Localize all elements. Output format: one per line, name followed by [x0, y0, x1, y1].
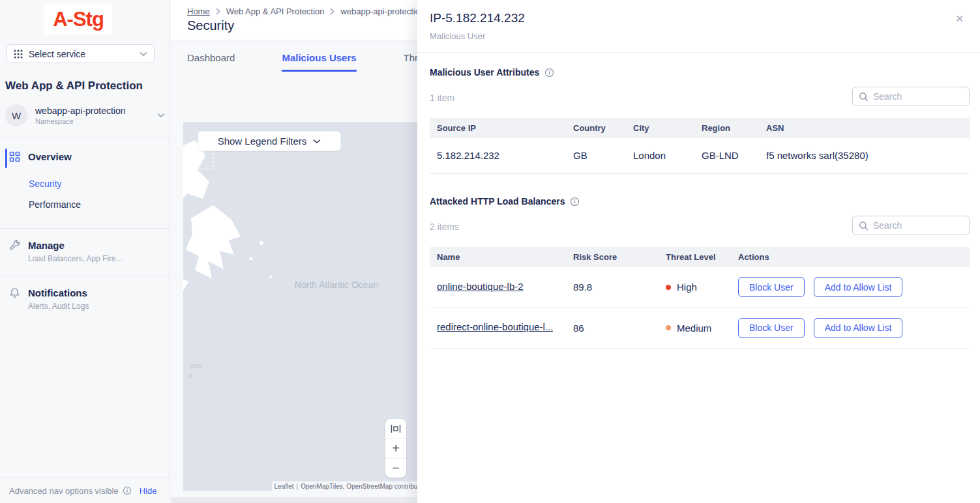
table-row: 5.182.214.232 GB London GB-LND f5 networ… [430, 138, 970, 173]
map-attribution: Leaflet | OpenMapTiles, OpenStreetMap co… [272, 481, 431, 491]
sidebar-item-security[interactable]: Security [29, 179, 62, 189]
tab-malicious-users[interactable]: Malicious Users [282, 52, 356, 72]
breadcrumb: Home Web App & API Protection webapp-api… [187, 7, 424, 16]
malicious-users-map[interactable]: Show Legend Filters North Atlantic Ocean… [183, 122, 431, 491]
lb-name-link[interactable]: redirect-online-boutique-l... [437, 321, 553, 332]
cell-region: GB-LND [694, 138, 759, 173]
close-icon[interactable]: ✕ [955, 13, 964, 25]
show-legend-filters-button[interactable]: Show Legend Filters [198, 131, 341, 151]
load-balancers-section-title-text: Attacked HTTP Load Balancers [430, 196, 565, 207]
add-to-allow-list-button[interactable]: Add to Allow List [814, 318, 903, 338]
breadcrumb-home-link[interactable]: Home [187, 7, 210, 16]
map-partial-label: a [188, 371, 192, 379]
block-user-button[interactable]: Block User [738, 277, 805, 297]
table-header-row: Source IP Country City Region ASN [430, 118, 970, 138]
attributes-section-title: Malicious User Attributes [430, 67, 554, 78]
bell-icon [9, 287, 20, 298]
threat-level-label: High [677, 281, 697, 293]
ocean-label: North Atlantic Ocean [294, 280, 379, 290]
col-source-ip: Source IP [430, 118, 566, 138]
table-row: online-boutique-lb-2 89.8 High Block Use… [430, 267, 970, 308]
threat-level-label: Medium [677, 323, 711, 334]
chevron-right-icon [216, 8, 220, 15]
cell-city: London [626, 138, 694, 173]
add-to-allow-list-button[interactable]: Add to Allow List [814, 277, 903, 297]
sidebar-item-manage[interactable]: Manage Load Balancers, App Fire... [0, 240, 170, 263]
info-icon [123, 486, 132, 495]
cell-country: GB [566, 138, 626, 173]
attributes-section-title-text: Malicious User Attributes [430, 67, 539, 78]
sidebar-item-label: Overview [28, 151, 72, 162]
threat-dot-icon [666, 325, 671, 330]
hide-advanced-nav-link[interactable]: Hide [140, 486, 157, 496]
col-region: Region [694, 118, 759, 138]
attributes-table: Source IP Country City Region ASN 5.182.… [430, 118, 970, 174]
col-name: Name [430, 247, 566, 267]
col-city: City [626, 118, 694, 138]
bottom-strip [171, 497, 417, 503]
malicious-user-drawer: IP-5.182.214.232 Malicious User ✕ Malici… [417, 0, 980, 503]
load-balancers-item-count: 2 items [430, 222, 459, 232]
advanced-nav-text: Advanced nav options visible [9, 486, 119, 496]
sidebar-item-notifications[interactable]: Notifications Alerts, Audit Logs [0, 287, 170, 311]
chevron-right-icon [330, 8, 334, 15]
tab-dashboard[interactable]: Dashboard [187, 52, 235, 72]
drawer-title: IP-5.182.214.232 [430, 11, 525, 25]
sidebar-item-label: Notifications [28, 287, 87, 298]
attributes-search [852, 87, 970, 106]
map-zoom-in-button[interactable]: + [385, 438, 406, 458]
sidebar-item-subtitle: Alerts, Audit Logs [28, 302, 89, 311]
sidebar-item-label: Manage [28, 240, 65, 251]
info-icon[interactable] [544, 68, 554, 78]
load-balancers-section-title: Attacked HTTP Load Balancers [430, 196, 580, 207]
map-fit-bounds-button[interactable] [385, 419, 406, 438]
namespace-label: Namespace [35, 117, 149, 125]
leaflet-link[interactable]: Leaflet [275, 483, 294, 490]
cell-asn: f5 networks sarl(35280) [759, 138, 970, 173]
lb-name-link[interactable]: online-boutique-lb-2 [437, 281, 524, 292]
divider [0, 228, 170, 229]
search-icon [859, 221, 869, 231]
table-row: redirect-online-boutique-l... 86 Medium … [430, 308, 970, 348]
page-title: Security [187, 18, 234, 33]
threat-level: High [666, 281, 731, 293]
brand-logo[interactable]: A-Stg [44, 5, 112, 35]
col-actions: Actions [731, 247, 970, 267]
attribution-divider: | [297, 483, 299, 490]
col-threat-level: Threat Level [659, 247, 731, 267]
brand-logo-text: A-Stg [53, 8, 104, 31]
select-service-dropdown[interactable]: Select service [7, 44, 155, 63]
breadcrumb-item[interactable]: Web App & API Protection [226, 7, 325, 16]
attributes-item-count: 1 item [430, 93, 454, 103]
attributes-search-input[interactable] [873, 91, 958, 102]
overview-grid-icon [9, 151, 20, 162]
threat-dot-icon [666, 285, 671, 290]
col-risk-score: Risk Score [566, 247, 659, 267]
col-asn: ASN [759, 118, 970, 138]
sidebar-item-performance[interactable]: Performance [29, 199, 81, 210]
info-icon[interactable] [570, 197, 580, 207]
threat-level: Medium [666, 323, 731, 334]
cell-risk-score: 86 [566, 308, 659, 348]
select-service-label: Select service [29, 49, 134, 59]
sidebar-section-title: Web App & API Protection [5, 79, 143, 93]
breadcrumb-item[interactable]: webapp-api-protection [340, 7, 424, 16]
sidebar: A-Stg Select service Web App & API Prote… [0, 0, 170, 503]
attribution-sources[interactable]: OpenMapTiles, OpenStreetMap contributors [301, 483, 428, 490]
drawer-subtitle: Malicious User [430, 31, 485, 41]
chevron-down-icon [157, 113, 165, 118]
legend-button-label: Show Legend Filters [218, 136, 307, 147]
namespace-selector[interactable]: W webapp-api-protection Namespace [5, 104, 165, 126]
sidebar-item-overview[interactable]: Overview [0, 151, 170, 162]
load-balancers-search [852, 216, 970, 235]
cell-risk-score: 89.8 [566, 267, 659, 308]
load-balancers-search-input[interactable] [873, 220, 958, 231]
block-user-button[interactable]: Block User [738, 318, 805, 338]
map-zoom-out-button[interactable]: − [385, 458, 406, 478]
chevron-down-icon [140, 51, 147, 57]
cell-source-ip: 5.182.214.232 [430, 138, 566, 173]
load-balancers-table: Name Risk Score Threat Level Actions onl… [430, 247, 970, 349]
chevron-down-icon [313, 139, 321, 144]
divider [0, 137, 170, 137]
sidebar-item-subtitle: Load Balancers, App Fire... [28, 254, 123, 263]
